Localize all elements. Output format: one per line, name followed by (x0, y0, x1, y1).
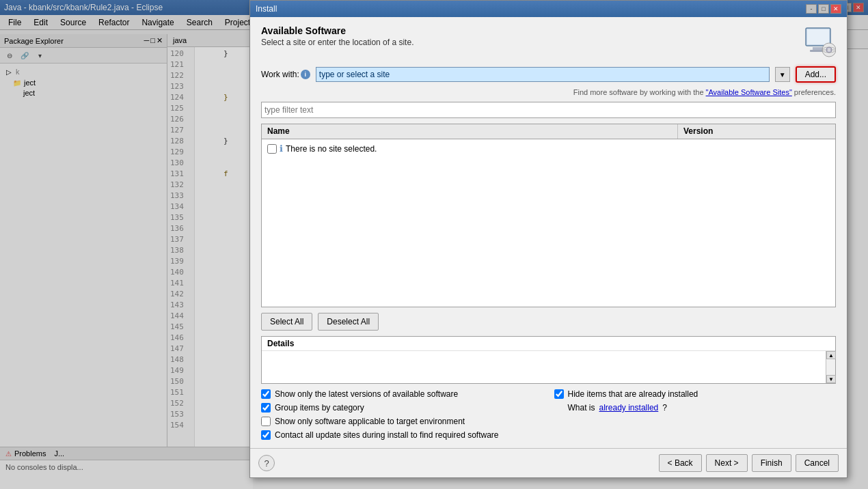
col-name: Name (262, 124, 678, 139)
checkbox-row-4: Contact all update sites during install … (261, 430, 543, 440)
install-dialog: Install - □ ✕ Available Software Select … (249, 0, 847, 478)
dialog-header: Available Software Select a site or ente… (261, 25, 836, 58)
scroll-up-arrow[interactable]: ▲ (826, 351, 836, 359)
already-installed-link[interactable]: already installed (599, 403, 659, 413)
checkbox-row-2: Group items by category (261, 403, 543, 413)
table-body: ℹ There is no site selected. (262, 139, 835, 307)
dialog-header-text: Available Software Select a site or ente… (261, 25, 413, 47)
info-circle-icon: ℹ (280, 143, 283, 154)
filter-input[interactable] (261, 102, 836, 118)
software-table: Name Version ℹ There is no site selected… (261, 124, 836, 307)
more-software-text: Find more software by working with the "… (261, 88, 836, 96)
back-button[interactable]: < Back (659, 454, 702, 472)
no-site-row: ℹ There is no site selected. (265, 142, 379, 155)
dialog-close-btn[interactable]: ✕ (830, 4, 841, 14)
no-site-message: There is no site selected. (286, 144, 377, 154)
dialog-header-icon (803, 25, 836, 58)
cb-contact-update-sites[interactable] (261, 430, 271, 440)
dialog-minimize-btn[interactable]: - (806, 4, 817, 14)
checkbox-col-left: Show only the latest versions of availab… (261, 389, 543, 440)
help-button[interactable]: ? (258, 455, 275, 471)
deselect-all-button[interactable]: Deselect All (318, 313, 379, 331)
cb-latest-versions[interactable] (261, 389, 271, 399)
svg-rect-1 (807, 29, 829, 44)
checkbox-col-right: Hide items that are already installed Wh… (554, 389, 837, 440)
details-section: Details ▲ ▼ (261, 336, 836, 384)
cb-hide-installed-label: Hide items that are already installed (568, 389, 699, 399)
cancel-button[interactable]: Cancel (796, 454, 839, 472)
finish-button[interactable]: Finish (752, 454, 791, 472)
col-version: Version (678, 124, 835, 139)
footer-buttons: < Back Next > Finish Cancel (659, 454, 839, 472)
dialog-maximize-btn[interactable]: □ (818, 4, 829, 14)
cb-target-environment-label: Show only software applicable to target … (275, 417, 465, 426)
details-body: ▲ ▼ (262, 351, 835, 383)
dialog-title-text: Install (256, 4, 277, 14)
checkbox-row-3: Show only software applicable to target … (261, 417, 543, 426)
checkbox-row-1: Show only the latest versions of availab… (261, 389, 543, 399)
available-software-title: Available Software (261, 25, 413, 36)
dialog-footer: ? < Back Next > Finish Cancel (250, 448, 847, 477)
work-with-info-icon: i (301, 70, 310, 79)
work-with-label: Work with: i (261, 70, 310, 79)
scroll-track (826, 359, 835, 375)
details-label: Details (262, 337, 835, 351)
dialog-title-bar: Install - □ ✕ (250, 1, 847, 17)
dialog-content: Available Software Select a site or ente… (250, 17, 847, 448)
checkboxes-section: Show only the latest versions of availab… (261, 389, 836, 440)
cb-hide-installed[interactable] (554, 389, 564, 399)
site-input[interactable] (316, 67, 770, 82)
cb-contact-update-sites-label: Contact all update sites during install … (275, 430, 499, 440)
select-deselect-row: Select All Deselect All (261, 313, 836, 331)
cb-target-environment[interactable] (261, 417, 271, 426)
what-is-text: What is (568, 403, 595, 413)
available-software-subtitle: Select a site or enter the location of a… (261, 38, 413, 47)
add-button[interactable]: Add... (796, 66, 836, 83)
details-scrollbar: ▲ ▼ (826, 351, 835, 383)
cb-group-by-category[interactable] (261, 403, 271, 413)
work-with-row: Work with: i ▼ Add... (261, 66, 836, 83)
checkbox-row-r2: What is already installed ? (554, 403, 837, 413)
select-all-button[interactable]: Select All (261, 313, 312, 331)
site-dropdown-btn[interactable]: ▼ (775, 67, 790, 82)
no-site-checkbox[interactable] (267, 144, 277, 154)
next-button[interactable]: Next > (706, 454, 748, 472)
scroll-down-arrow[interactable]: ▼ (826, 375, 836, 383)
table-header: Name Version (262, 124, 835, 139)
dialog-title-controls: - □ ✕ (806, 4, 841, 14)
cb-latest-versions-label: Show only the latest versions of availab… (275, 389, 458, 399)
question-mark: ? (662, 403, 667, 413)
cb-group-by-category-label: Group items by category (275, 403, 364, 413)
checkbox-row-r1: Hide items that are already installed (554, 389, 837, 399)
available-software-sites-link[interactable]: "Available Software Sites" (706, 88, 792, 96)
